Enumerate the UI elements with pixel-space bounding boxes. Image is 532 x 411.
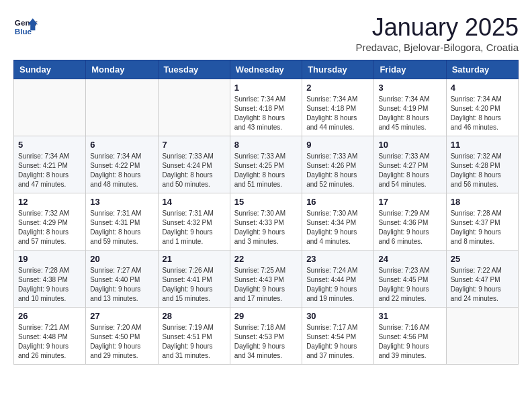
calendar-day-cell: 29Sunrise: 7:18 AM Sunset: 4:53 PM Dayli… <box>230 308 302 365</box>
day-info: Sunrise: 7:27 AM Sunset: 4:40 PM Dayligh… <box>90 266 153 304</box>
calendar-day-cell: 27Sunrise: 7:20 AM Sunset: 4:50 PM Dayli… <box>86 308 158 365</box>
day-number: 10 <box>378 140 441 150</box>
day-number: 3 <box>378 83 441 93</box>
calendar-day-cell: 21Sunrise: 7:26 AM Sunset: 4:41 PM Dayli… <box>158 250 230 308</box>
logo: General Blue <box>13 13 38 38</box>
page-header: General Blue January 2025 Predavac, Bjel… <box>13 13 519 53</box>
calendar-day-cell: 14Sunrise: 7:31 AM Sunset: 4:32 PM Dayli… <box>158 193 230 250</box>
calendar-day-cell: 19Sunrise: 7:28 AM Sunset: 4:38 PM Dayli… <box>14 250 86 308</box>
calendar-day-cell: 8Sunrise: 7:33 AM Sunset: 4:25 PM Daylig… <box>230 136 302 193</box>
day-number: 9 <box>306 140 369 150</box>
calendar-week-row: 19Sunrise: 7:28 AM Sunset: 4:38 PM Dayli… <box>14 250 519 308</box>
day-info: Sunrise: 7:24 AM Sunset: 4:44 PM Dayligh… <box>306 266 369 304</box>
day-number: 7 <box>163 140 226 150</box>
day-number: 13 <box>90 197 153 207</box>
calendar-day-cell: 28Sunrise: 7:19 AM Sunset: 4:51 PM Dayli… <box>158 308 230 365</box>
day-info: Sunrise: 7:28 AM Sunset: 4:37 PM Dayligh… <box>451 209 514 246</box>
day-info: Sunrise: 7:33 AM Sunset: 4:25 PM Dayligh… <box>234 152 298 189</box>
day-info: Sunrise: 7:22 AM Sunset: 4:47 PM Dayligh… <box>451 266 514 304</box>
day-number: 18 <box>451 197 514 207</box>
weekday-header-row: SundayMondayTuesdayWednesdayThursdayFrid… <box>14 60 519 79</box>
day-number: 26 <box>18 311 81 321</box>
day-number: 31 <box>378 311 441 321</box>
calendar-day-cell: 4Sunrise: 7:34 AM Sunset: 4:20 PM Daylig… <box>446 79 518 136</box>
calendar-day-cell: 17Sunrise: 7:29 AM Sunset: 4:36 PM Dayli… <box>374 193 446 250</box>
calendar-day-cell: 16Sunrise: 7:30 AM Sunset: 4:34 PM Dayli… <box>302 193 374 250</box>
day-number: 20 <box>90 254 153 264</box>
calendar-day-cell: 25Sunrise: 7:22 AM Sunset: 4:47 PM Dayli… <box>446 250 518 308</box>
day-number: 19 <box>18 254 81 264</box>
day-info: Sunrise: 7:34 AM Sunset: 4:19 PM Dayligh… <box>378 95 441 132</box>
weekday-header-cell: Tuesday <box>158 60 230 79</box>
day-number: 15 <box>234 197 298 207</box>
weekday-header-cell: Monday <box>86 60 158 79</box>
day-number: 4 <box>451 83 514 93</box>
month-title: January 2025 <box>355 13 519 42</box>
calendar-day-cell: 3Sunrise: 7:34 AM Sunset: 4:19 PM Daylig… <box>374 79 446 136</box>
day-number: 30 <box>306 311 369 321</box>
calendar-day-cell: 30Sunrise: 7:17 AM Sunset: 4:54 PM Dayli… <box>302 308 374 365</box>
day-number: 16 <box>306 197 369 207</box>
calendar-day-cell <box>14 79 86 136</box>
day-info: Sunrise: 7:25 AM Sunset: 4:43 PM Dayligh… <box>234 266 298 304</box>
calendar-day-cell: 18Sunrise: 7:28 AM Sunset: 4:37 PM Dayli… <box>446 193 518 250</box>
calendar-day-cell: 23Sunrise: 7:24 AM Sunset: 4:44 PM Dayli… <box>302 250 374 308</box>
day-number: 6 <box>90 140 153 150</box>
weekday-header-cell: Friday <box>374 60 446 79</box>
weekday-header-cell: Saturday <box>446 60 518 79</box>
calendar-day-cell: 9Sunrise: 7:33 AM Sunset: 4:26 PM Daylig… <box>302 136 374 193</box>
day-info: Sunrise: 7:30 AM Sunset: 4:34 PM Dayligh… <box>306 209 369 246</box>
day-number: 8 <box>234 140 298 150</box>
day-number: 1 <box>234 83 298 93</box>
day-info: Sunrise: 7:33 AM Sunset: 4:24 PM Dayligh… <box>163 152 226 189</box>
day-info: Sunrise: 7:17 AM Sunset: 4:54 PM Dayligh… <box>306 323 369 361</box>
calendar-day-cell: 7Sunrise: 7:33 AM Sunset: 4:24 PM Daylig… <box>158 136 230 193</box>
calendar-day-cell: 13Sunrise: 7:31 AM Sunset: 4:31 PM Dayli… <box>86 193 158 250</box>
svg-text:Blue: Blue <box>15 27 32 36</box>
calendar-week-row: 12Sunrise: 7:32 AM Sunset: 4:29 PM Dayli… <box>14 193 519 250</box>
day-info: Sunrise: 7:34 AM Sunset: 4:20 PM Dayligh… <box>451 95 514 132</box>
logo-icon: General Blue <box>13 13 38 38</box>
day-number: 29 <box>234 311 298 321</box>
day-info: Sunrise: 7:31 AM Sunset: 4:32 PM Dayligh… <box>163 209 226 246</box>
day-info: Sunrise: 7:34 AM Sunset: 4:22 PM Dayligh… <box>90 152 153 189</box>
day-info: Sunrise: 7:33 AM Sunset: 4:26 PM Dayligh… <box>306 152 369 189</box>
calendar-day-cell: 20Sunrise: 7:27 AM Sunset: 4:40 PM Dayli… <box>86 250 158 308</box>
day-info: Sunrise: 7:33 AM Sunset: 4:27 PM Dayligh… <box>378 152 441 189</box>
calendar-day-cell: 10Sunrise: 7:33 AM Sunset: 4:27 PM Dayli… <box>374 136 446 193</box>
title-section: January 2025 Predavac, Bjelovar-Bilogora… <box>355 13 519 53</box>
day-number: 5 <box>18 140 81 150</box>
weekday-header-cell: Wednesday <box>230 60 302 79</box>
day-number: 14 <box>163 197 226 207</box>
calendar-week-row: 26Sunrise: 7:21 AM Sunset: 4:48 PM Dayli… <box>14 308 519 365</box>
calendar-day-cell: 6Sunrise: 7:34 AM Sunset: 4:22 PM Daylig… <box>86 136 158 193</box>
day-info: Sunrise: 7:32 AM Sunset: 4:29 PM Dayligh… <box>18 209 81 246</box>
day-number: 11 <box>451 140 514 150</box>
calendar-week-row: 1Sunrise: 7:34 AM Sunset: 4:18 PM Daylig… <box>14 79 519 136</box>
day-info: Sunrise: 7:26 AM Sunset: 4:41 PM Dayligh… <box>163 266 226 304</box>
day-number: 17 <box>378 197 441 207</box>
calendar-day-cell <box>446 308 518 365</box>
day-info: Sunrise: 7:30 AM Sunset: 4:33 PM Dayligh… <box>234 209 298 246</box>
day-number: 12 <box>18 197 81 207</box>
day-info: Sunrise: 7:21 AM Sunset: 4:48 PM Dayligh… <box>18 323 81 361</box>
calendar-body: 1Sunrise: 7:34 AM Sunset: 4:18 PM Daylig… <box>14 79 519 365</box>
day-info: Sunrise: 7:20 AM Sunset: 4:50 PM Dayligh… <box>90 323 153 361</box>
day-info: Sunrise: 7:29 AM Sunset: 4:36 PM Dayligh… <box>378 209 441 246</box>
calendar-day-cell: 1Sunrise: 7:34 AM Sunset: 4:18 PM Daylig… <box>230 79 302 136</box>
calendar-day-cell <box>86 79 158 136</box>
day-info: Sunrise: 7:19 AM Sunset: 4:51 PM Dayligh… <box>163 323 226 361</box>
day-info: Sunrise: 7:16 AM Sunset: 4:56 PM Dayligh… <box>378 323 441 361</box>
day-info: Sunrise: 7:23 AM Sunset: 4:45 PM Dayligh… <box>378 266 441 304</box>
calendar-day-cell: 12Sunrise: 7:32 AM Sunset: 4:29 PM Dayli… <box>14 193 86 250</box>
day-info: Sunrise: 7:31 AM Sunset: 4:31 PM Dayligh… <box>90 209 153 246</box>
day-info: Sunrise: 7:34 AM Sunset: 4:18 PM Dayligh… <box>306 95 369 132</box>
calendar-table: SundayMondayTuesdayWednesdayThursdayFrid… <box>13 60 519 365</box>
day-number: 22 <box>234 254 298 264</box>
day-info: Sunrise: 7:34 AM Sunset: 4:18 PM Dayligh… <box>234 95 298 132</box>
calendar-day-cell <box>158 79 230 136</box>
day-number: 28 <box>163 311 226 321</box>
calendar-day-cell: 11Sunrise: 7:32 AM Sunset: 4:28 PM Dayli… <box>446 136 518 193</box>
day-info: Sunrise: 7:34 AM Sunset: 4:21 PM Dayligh… <box>18 152 81 189</box>
calendar-day-cell: 31Sunrise: 7:16 AM Sunset: 4:56 PM Dayli… <box>374 308 446 365</box>
